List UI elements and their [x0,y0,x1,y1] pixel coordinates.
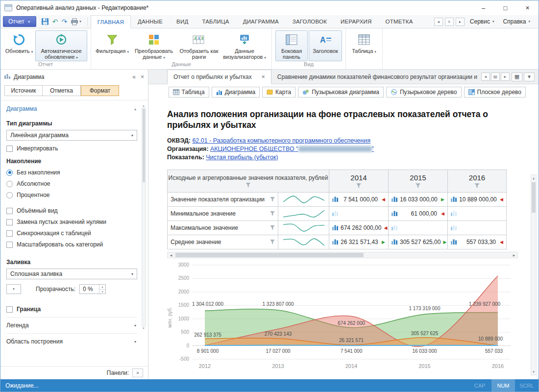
collapse-panel-button[interactable]: « [132,74,136,80]
tabs-scroll-right-button[interactable]: ▸ [501,73,510,81]
save-button[interactable] [40,16,50,27]
view-map-button[interactable]: Карта [262,87,295,98]
row-name-cell[interactable]: Значение показателя организации [168,192,278,206]
fill-color-button[interactable]: ▾ [6,284,21,294]
report-menu-button[interactable]: Отчет▼ [3,16,36,27]
fill-type-select[interactable]: Сплошная заливка ▾ [6,269,137,279]
filter-icon[interactable] [270,240,275,245]
ribbon-tab-6[interactable]: ИЕРАРХИЯ [334,15,379,28]
value-cell[interactable]: 674 262 000,00◀ [329,220,389,235]
radio-option-1[interactable]: Абсолютное [6,180,137,187]
checkbox[interactable] [6,219,13,225]
close-tab-icon[interactable]: × [262,74,265,80]
radio-button[interactable] [6,170,13,176]
radio-option-2[interactable]: Процентное [6,192,137,198]
redo-button[interactable]: ↷ [61,16,69,27]
okved-link[interactable]: 62.01 - Разработка компьютерного програм… [192,137,370,144]
organization-link[interactable]: АКЦИОНЕРНОЕ ОБЩЕСТВО "" [210,146,374,152]
radio-button[interactable] [6,192,13,198]
refresh-button[interactable]: Обновить ▾ [4,30,34,61]
radio-option-0[interactable]: Без накопления [6,169,137,176]
view-treemap-button[interactable]: Плоское дерево [464,87,526,98]
value-cell[interactable]: 61 000,00◀ [389,206,448,220]
scroll-up-icon[interactable]: ▲ [142,104,145,108]
spinner-arrows[interactable]: ▴▾ [99,285,105,294]
ribbon-tab-3[interactable]: ТАБЛИЦА [195,15,236,28]
doc-tab-profit-report[interactable]: Отчет о прибылях и убытках × [167,70,271,84]
report-vertical-scrollbar[interactable]: ▲ ▼ [531,174,537,375]
undo-button[interactable]: ↶ [51,16,59,27]
scroll-down-icon[interactable]: ▼ [142,326,145,330]
value-cell[interactable]: 16 033 000,00▶ [389,192,448,206]
scrollbar-thumb[interactable] [175,253,364,257]
row-name-cell[interactable]: Среднее значение [168,235,278,249]
checkbox[interactable] [6,208,13,214]
sidebar-tab-1[interactable]: Отметка [43,85,81,96]
value-cell[interactable]: 305 527 625,00▶ [389,235,448,249]
year-column-2014[interactable]: 2014 [329,170,389,192]
section-chart[interactable]: Диаграмма ▴ [6,100,137,116]
scroll-left-icon[interactable]: ◀ [168,252,174,258]
table-button[interactable]: Таблица ▾ [349,30,379,61]
invert-checkbox[interactable] [6,146,13,152]
value-cell[interactable]: 7 541 000,00◀ [329,192,389,206]
year-column-2016[interactable]: 2016 [448,170,507,192]
layout-dropdown-button[interactable]: ▾ [524,73,535,81]
minimize-button[interactable]: – [472,0,494,15]
chart-type-select[interactable]: Линейная диаграмма ▾ [6,130,137,141]
view-bubble-chart-button[interactable]: Пузырьковая диаграмма [298,87,384,98]
table-horizontal-scrollbar[interactable]: ◀ ▶ [167,252,518,258]
transparency-spinner[interactable]: 0 % ▴▾ [79,284,106,294]
filter-icon[interactable] [416,183,420,188]
ribbon-scroll-left-button[interactable]: ◂ [434,18,443,26]
value-cell[interactable]: 557 033,30◀ [448,235,507,249]
layout-button[interactable]: ▦ [512,73,522,81]
section-legend[interactable]: Легенда ▾ [6,317,137,333]
sidebar-tab-2[interactable]: Формат [81,85,119,96]
ribbon-scroll-right-button[interactable]: ▸ [456,18,465,26]
line-area-chart[interactable]: -500050010001500200025003000201220132014… [172,260,515,375]
value-cell[interactable]: 2 598 611 000,00▶ [448,206,507,220]
row-name-cell[interactable]: Минимальное значение [168,206,278,220]
border-checkbox[interactable] [6,306,13,313]
year-column-2015[interactable]: 2015 [389,170,448,192]
print-button[interactable]: ▾ [70,16,82,27]
view-table-button[interactable]: Таблица [169,87,209,98]
checkbox-option-2[interactable]: Синхронизация с таблицей [6,230,137,237]
value-cell[interactable]: 1 097 348 000,00▶ [329,206,389,220]
transform-data-button[interactable]: Преобразовать данные ▾ [131,30,177,61]
checkbox-option-0[interactable]: Объёмный вид [6,207,137,214]
scroll-up-icon[interactable]: ▲ [531,175,536,181]
title-toggle-button[interactable]: A Заголовок [309,30,342,61]
filter-icon[interactable] [475,183,480,188]
view-bubble-tree-button[interactable]: Пузырьковое дерево [386,87,462,98]
invert-option[interactable]: Инвертировать [6,145,137,152]
filter-icon[interactable] [246,183,251,188]
scrollbar-thumb[interactable] [532,182,536,213]
filter-icon[interactable] [270,197,275,202]
close-button[interactable]: × [516,0,539,15]
view-chart-button[interactable]: Диаграмма [212,87,260,98]
scrollbar-thumb[interactable] [143,109,145,182]
filter-button[interactable]: Фильтрация ▾ [95,30,130,61]
checkbox[interactable] [6,242,13,248]
ribbon-groups-button[interactable]: ≡ [445,18,454,26]
show-as-ranks-button[interactable]: 213 Отобразить как ранги [178,30,220,61]
maximize-button[interactable]: □ [494,0,516,15]
value-cell[interactable]: 26 321 571,43▶ [329,235,389,249]
close-panel-button[interactable]: × [141,74,144,80]
tabs-list-button[interactable]: ▤ [491,73,500,81]
filter-icon[interactable] [356,183,361,188]
ribbon-tab-0[interactable]: ГЛАВНАЯ [91,15,131,28]
indicator-link[interactable]: Чистая прибыль (убыток) [206,154,278,161]
ribbon-tab-4[interactable]: ДИАГРАММА [236,15,286,28]
value-cell[interactable]: 1 239 927 000,00▶ [448,220,507,235]
help-menu[interactable]: Справка▾ [499,18,534,25]
sidebar-scrollbar[interactable]: ▲ ▼ [141,104,146,330]
service-menu[interactable]: Сервис▾ [466,18,498,25]
checkbox-option-3[interactable]: Масштабировать ось категорий [6,241,137,248]
ribbon-tab-2[interactable]: ВИД [170,15,195,28]
ribbon-tab-5[interactable]: ЗАГОЛОВОК [286,15,334,28]
value-cell[interactable]: 1 173 319 000,00▶ [389,220,448,235]
ribbon-tab-1[interactable]: ДАННЫЕ [131,15,170,28]
